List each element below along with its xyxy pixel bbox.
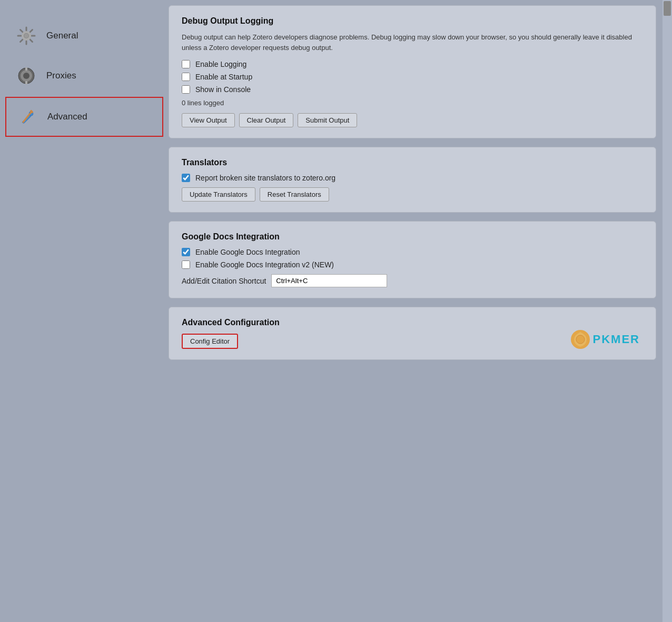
debug-buttons: View Output Clear Output Submit Output: [182, 113, 643, 127]
translators-section: Translators Report broken site translato…: [169, 147, 656, 213]
sidebar-item-general[interactable]: General: [0, 16, 169, 56]
advanced-config-title: Advanced Configuration: [182, 318, 643, 327]
google-docs-section: Google Docs Integration Enable Google Do…: [169, 221, 656, 298]
show-in-console-checkbox[interactable]: [182, 85, 190, 94]
sidebar-item-proxies[interactable]: Proxies: [0, 56, 169, 96]
proxies-icon: [16, 65, 37, 86]
scrollbar-thumb[interactable]: [664, 1, 671, 16]
shortcut-label: Add/Edit Citation Shortcut: [182, 277, 266, 285]
debug-title: Debug Output Logging: [182, 16, 643, 26]
enable-logging-label: Enable Logging: [195, 60, 246, 68]
shortcut-field-row: Add/Edit Citation Shortcut: [182, 274, 643, 287]
sidebar-item-advanced[interactable]: Advanced: [5, 97, 163, 137]
scrollbar-track[interactable]: [663, 0, 672, 622]
svg-point-13: [23, 73, 29, 79]
enable-gdocs-v2-checkbox[interactable]: [182, 260, 190, 269]
svg-point-20: [576, 335, 585, 344]
clear-output-button[interactable]: Clear Output: [239, 113, 294, 127]
enable-gdocs-row: Enable Google Docs Integration: [182, 248, 643, 256]
enable-gdocs-label: Enable Google Docs Integration: [195, 248, 300, 256]
watermark-text: PKMER: [593, 333, 640, 346]
debug-description: Debug output can help Zotero developers …: [182, 32, 643, 53]
sidebar-item-label-advanced: Advanced: [47, 112, 87, 122]
sidebar-item-label-general: General: [46, 31, 78, 41]
show-in-console-row: Show in Console: [182, 85, 643, 94]
gear-icon: [16, 25, 37, 46]
svg-line-5: [21, 30, 23, 32]
shortcut-input[interactable]: [271, 274, 387, 287]
report-broken-row: Report broken site translators to zotero…: [182, 174, 643, 182]
lines-logged: 0 lines logged: [182, 99, 643, 107]
enable-at-startup-row: Enable at Startup: [182, 73, 643, 81]
update-translators-button[interactable]: Update Translators: [182, 187, 255, 202]
config-editor-button[interactable]: Config Editor: [182, 334, 238, 349]
enable-at-startup-checkbox[interactable]: [182, 73, 190, 81]
svg-rect-14: [25, 67, 27, 71]
advanced-icon: [17, 106, 38, 127]
advanced-config-section: Advanced Configuration Config Editor PKM…: [169, 307, 656, 360]
watermark-logo: [571, 330, 590, 349]
show-in-console-label: Show in Console: [195, 85, 251, 94]
svg-point-10: [24, 34, 28, 38]
svg-line-8: [21, 39, 23, 42]
sidebar: General Proxies Advanced: [0, 0, 169, 622]
watermark: PKMER: [571, 330, 640, 349]
reset-translators-button[interactable]: Reset Translators: [260, 187, 329, 202]
enable-logging-checkbox[interactable]: [182, 60, 190, 68]
submit-output-button[interactable]: Submit Output: [298, 113, 357, 127]
svg-rect-15: [25, 81, 27, 84]
svg-line-7: [30, 30, 32, 32]
enable-at-startup-label: Enable at Startup: [195, 73, 252, 81]
main-content: Debug Output Logging Debug output can he…: [169, 0, 672, 622]
report-broken-label: Report broken site translators to zotero…: [195, 174, 335, 182]
sidebar-item-label-proxies: Proxies: [46, 71, 76, 81]
enable-gdocs-checkbox[interactable]: [182, 248, 190, 256]
enable-logging-row: Enable Logging: [182, 60, 643, 68]
enable-gdocs-v2-label: Enable Google Docs Integration v2 (NEW): [195, 260, 334, 269]
translators-title: Translators: [182, 158, 643, 167]
debug-section: Debug Output Logging Debug output can he…: [169, 5, 656, 138]
translators-buttons: Update Translators Reset Translators: [182, 187, 643, 202]
enable-gdocs-v2-row: Enable Google Docs Integration v2 (NEW): [182, 260, 643, 269]
report-broken-checkbox[interactable]: [182, 174, 190, 182]
google-docs-title: Google Docs Integration: [182, 232, 643, 242]
svg-line-6: [30, 39, 32, 42]
view-output-button[interactable]: View Output: [182, 113, 235, 127]
scroll-container: Debug Output Logging Debug output can he…: [169, 5, 667, 360]
